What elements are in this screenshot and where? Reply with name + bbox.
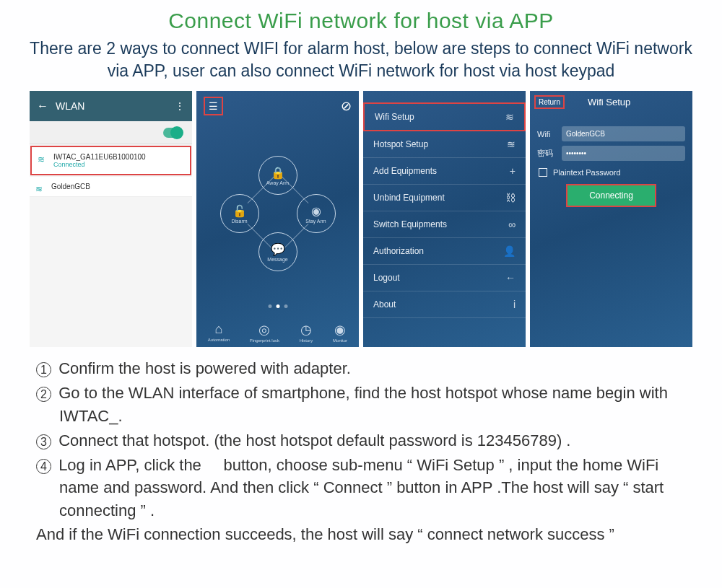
node-label: Message [267,257,287,262]
menu-logout[interactable]: Logout ← [363,265,526,291]
plaintext-checkbox-row[interactable]: Plaintext Password [539,168,684,177]
nav-monitor[interactable]: ◉Monitor [333,322,347,343]
menu-about[interactable]: About i [363,291,526,318]
globe-icon[interactable]: ⊘ [341,98,352,114]
more-icon[interactable]: ⋮ [175,100,185,112]
house-icon: ⌂ [215,322,223,337]
menu-label: About [373,299,396,310]
wifi-field: Wifi GoldenGCB [537,126,685,141]
menu-icon[interactable]: ☰ [204,97,223,115]
wifi-network-goldengcb[interactable]: ≋ GoldenGCB [30,177,192,197]
steps-list: 1 Confirm the host is powered with adapt… [0,347,722,522]
bottom-nav: ⌂Automation ◎Fingerprint lock ◷History ◉… [196,319,359,347]
menu-switch-equipments[interactable]: Switch Equipments ∞ [363,211,526,238]
wifi-icon: ≋ [35,184,43,194]
wlan-title: WLAN [56,100,175,112]
menu-label: Wifi Setup [375,112,414,122]
disarm-button[interactable]: 🔓 Disarm [220,194,259,233]
node-label: Stay Arm [305,219,326,224]
arm-control-diamond: 🔒 Away Arm ◉ Stay Arm 💬 Message 🔓 Disarm [220,156,336,271]
node-label: Away Arm [266,180,289,185]
menu-hotspot-setup[interactable]: Hotspot Setup ≋ [363,131,526,158]
screen-home: ☰ ⊘ 🔒 Away Arm ◉ Stay Arm 💬 Message 🔓 Di… [196,91,359,347]
step-number: 1 [36,362,51,377]
wifi-network-iwtac[interactable]: ≋ IWTAC_GA11EU6B1000100 Connected [30,146,191,175]
menu-label: Add Equipments [373,166,437,176]
arrow-left-icon: ← [505,272,516,284]
footer-text: And if the WiFi connection succeeds, the… [0,524,722,544]
wifi-toggle[interactable] [163,128,182,138]
link-icon: ⛓ [505,192,516,203]
menu-unbind-equipment[interactable]: Unbind Equipment ⛓ [363,185,526,211]
step-3: 3 Connect that hotspot. (the host hotspo… [36,429,686,452]
page-subtitle: There are 2 ways to connect WIFI for ala… [0,33,722,88]
wifi-icon: ≋ [507,139,516,150]
lock-icon: 🔒 [271,166,285,180]
unlock-icon: 🔓 [232,204,247,218]
message-button[interactable]: 💬 Message [258,232,297,271]
wifi-toggle-row [30,121,192,144]
menu-label: Hotspot Setup [373,139,428,149]
wifi-icon: ≋ [38,154,45,164]
password-field: 密码 •••••••• [537,146,685,161]
menu-wifi-setup[interactable]: Wifi Setup ≋ [363,102,526,131]
step-text: Go to the WLAN interface of smartphone, … [58,384,668,424]
step-1: 1 Confirm the host is powered with adapt… [36,357,686,379]
nav-history[interactable]: ◷History [300,322,313,343]
plaintext-label: Plaintext Password [553,168,621,177]
status-label: Connected [53,161,183,168]
node-label: Disarm [231,219,247,224]
step-number: 2 [36,387,51,402]
stay-arm-button[interactable]: ◉ Stay Arm [297,194,336,233]
return-button[interactable]: Return [534,95,565,109]
ssid-label: GoldenGCB [51,183,185,190]
screen-menu: Wifi Setup ≋ Hotspot Setup ≋ Add Equipme… [363,91,526,347]
wlan-header: ← WLAN ⋮ [30,91,192,121]
page-title: Connect WiFi network for host via APP [0,0,722,33]
step-number: 4 [36,459,51,474]
wifi-input[interactable]: GoldenGCB [562,126,685,141]
setup-header: Return Wifi Setup [530,91,692,113]
screen-wifi-setup: Return Wifi Setup Wifi GoldenGCB 密码 ••••… [530,91,692,347]
step-number: 3 [36,434,51,449]
step-4: 4 Log in APP, click the button, choose s… [36,454,686,522]
page-dots [268,304,287,308]
camera-icon: ◉ [334,322,346,338]
infinity-icon: ∞ [508,219,516,230]
menu-authorization[interactable]: Authorization 👤 [363,238,526,265]
step-2: 2 Go to the WLAN interface of smartphone… [36,382,686,426]
step-text: Connect that hotspot. (the host hotspot … [58,431,570,449]
nav-fingerprint[interactable]: ◎Fingerprint lock [250,322,279,343]
info-icon: i [513,299,516,310]
screenshot-row: ← WLAN ⋮ ≋ IWTAC_GA11EU6B1000100 Connect… [0,91,722,347]
wifi-label: Wifi [537,130,562,139]
step-text: Confirm the host is powered with adapter… [58,359,351,377]
checkbox-icon [539,168,547,177]
wifi-icon: ≋ [505,111,514,123]
menu-label: Unbind Equipment [373,193,445,203]
home-topbar: ☰ ⊘ [196,91,359,121]
ssid-label: IWTAC_GA11EU6B1000100 [53,153,183,161]
plus-icon: + [510,165,516,177]
connect-button[interactable]: Connecting [566,184,656,207]
password-input[interactable]: •••••••• [562,146,685,161]
person-icon: ◉ [311,204,321,218]
away-arm-button[interactable]: 🔒 Away Arm [258,156,297,195]
menu-label: Switch Equipments [373,219,447,229]
message-icon: 💬 [271,242,285,256]
menu-add-equipments[interactable]: Add Equipments + [363,158,526,185]
menu-label: Authorization [373,246,424,256]
step-text: Log in APP, click the button, choose sub… [58,456,664,519]
user-icon: 👤 [503,245,516,257]
nav-automation[interactable]: ⌂Automation [208,322,230,343]
password-label: 密码 [537,148,562,159]
screen-wlan: ← WLAN ⋮ ≋ IWTAC_GA11EU6B1000100 Connect… [30,91,192,347]
setup-title: Wifi Setup [588,97,630,107]
fingerprint-icon: ◎ [258,322,270,338]
back-icon[interactable]: ← [37,100,48,113]
menu-label: Logout [373,273,400,283]
clock-icon: ◷ [300,322,312,338]
